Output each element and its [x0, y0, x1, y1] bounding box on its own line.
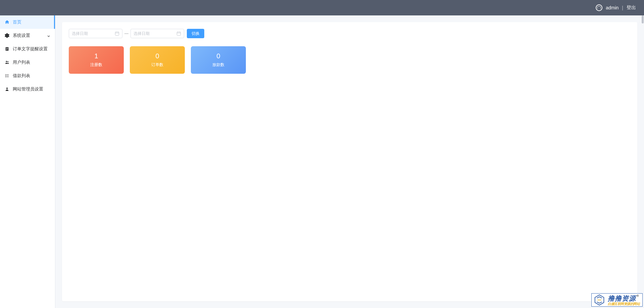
sidebar-item-admin-settings[interactable]: 网站管理员设置	[0, 82, 55, 96]
doc-icon	[5, 47, 9, 51]
header-right: admin | 登出	[596, 4, 636, 11]
scrollbar-thumb[interactable]	[642, 15, 644, 23]
svg-rect-10	[5, 77, 6, 77]
sidebar-item-user-list[interactable]: 用户列表	[0, 56, 55, 69]
svg-rect-1	[6, 48, 8, 48]
home-icon	[5, 20, 9, 24]
sidebar-item-loan-list[interactable]: 借款列表	[0, 69, 55, 82]
date-start-field[interactable]	[72, 31, 115, 36]
sidebar-item-label: 订单文字提醒设置	[13, 46, 48, 52]
chevron-down-icon	[47, 34, 50, 37]
sidebar-item-system-settings[interactable]: 系统设置	[0, 29, 55, 42]
svg-point-4	[6, 61, 7, 62]
registered-icon: ®	[637, 295, 639, 298]
main-content: — 切换 1 注册数 0 订单数	[55, 15, 644, 308]
main-card: — 切换 1 注册数 0 订单数	[62, 22, 637, 301]
watermark-subtitle: 白嫖互联网资源的网站	[608, 302, 640, 306]
person-icon	[5, 87, 9, 91]
stat-card-orders: 0 订单数	[130, 46, 185, 74]
gear-icon	[5, 33, 9, 38]
svg-rect-14	[177, 32, 181, 36]
svg-rect-3	[6, 50, 7, 50]
stat-card-register: 1 注册数	[69, 46, 124, 74]
sidebar: 首页 系统设置 订单文字提醒设置 用户列表	[0, 15, 55, 308]
stat-value: 0	[155, 52, 159, 60]
watermark: 撸撸资源 ® 白嫖互联网资源的网站	[591, 293, 643, 307]
app-header: admin | 登出	[0, 0, 644, 15]
stat-value: 1	[94, 52, 98, 60]
watermark-title: 撸撸资源 ®	[608, 295, 640, 302]
sidebar-item-label: 系统设置	[13, 33, 30, 39]
svg-point-12	[6, 87, 8, 89]
date-end-field[interactable]	[133, 31, 176, 36]
sidebar-item-home[interactable]: 首页	[0, 15, 55, 29]
date-start-input[interactable]	[69, 29, 122, 38]
date-range-separator: —	[124, 31, 128, 36]
stat-label: 注册数	[90, 62, 102, 68]
switch-button[interactable]: 切换	[187, 29, 204, 38]
logout-link[interactable]: 登出	[627, 5, 636, 11]
watermark-title-text: 撸撸资源	[608, 295, 636, 302]
user-avatar-icon	[596, 4, 602, 11]
calendar-icon	[115, 31, 119, 36]
sidebar-item-label: 网站管理员设置	[13, 86, 43, 92]
username-label: admin	[606, 5, 619, 10]
watermark-logo-icon	[593, 294, 606, 306]
stats-row: 1 注册数 0 订单数 0 放款数	[69, 46, 631, 74]
svg-rect-9	[6, 76, 9, 76]
users-icon	[5, 60, 9, 65]
svg-rect-7	[6, 74, 9, 75]
filter-row: — 切换	[69, 29, 631, 38]
sidebar-item-label: 借款列表	[13, 73, 30, 79]
sidebar-item-label: 首页	[13, 19, 21, 25]
sidebar-item-label: 用户列表	[13, 59, 30, 65]
stat-label: 放款数	[212, 62, 224, 68]
stat-card-disbursements: 0 放款数	[191, 46, 246, 74]
header-divider: |	[622, 5, 623, 10]
svg-rect-8	[5, 75, 6, 76]
stat-label: 订单数	[151, 62, 163, 68]
list-icon	[5, 73, 9, 78]
svg-rect-2	[6, 49, 8, 49]
scrollbar[interactable]	[641, 15, 644, 308]
svg-rect-13	[115, 32, 119, 36]
sidebar-item-order-text-reminder[interactable]: 订单文字提醒设置	[0, 42, 55, 56]
svg-rect-11	[6, 77, 9, 77]
stat-value: 0	[216, 52, 220, 60]
svg-rect-6	[5, 74, 6, 75]
date-end-input[interactable]	[130, 29, 184, 38]
calendar-icon	[176, 31, 181, 36]
watermark-text: 撸撸资源 ® 白嫖互联网资源的网站	[608, 295, 640, 306]
svg-point-5	[7, 61, 8, 62]
date-range-picker: —	[69, 29, 184, 38]
